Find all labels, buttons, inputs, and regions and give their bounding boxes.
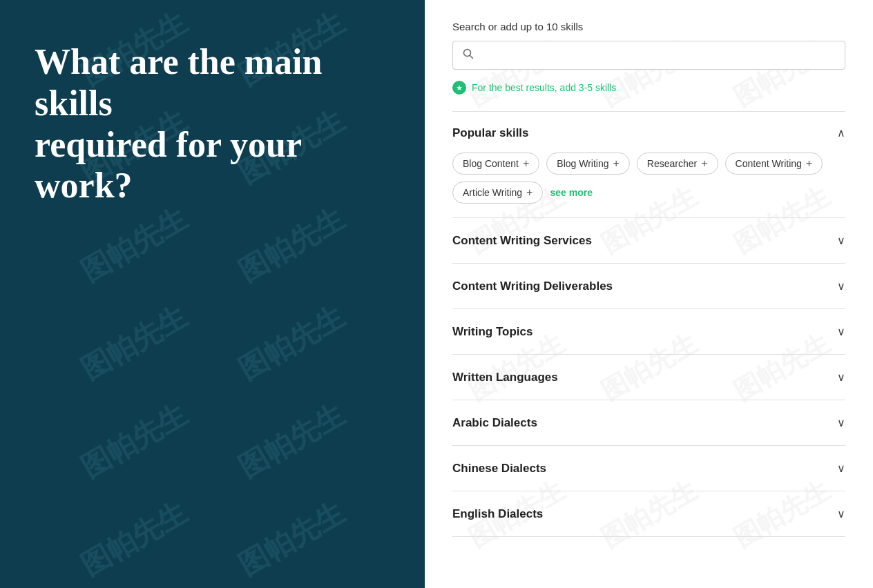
skill-tag-blog-content[interactable]: Blog Content + bbox=[452, 153, 539, 175]
search-box[interactable] bbox=[452, 41, 845, 70]
chevron-content-writing-services bbox=[837, 233, 845, 248]
plus-icon-content-writing: + bbox=[806, 157, 812, 170]
star-icon bbox=[452, 81, 466, 95]
skill-label-blog-writing: Blog Writing bbox=[557, 158, 608, 169]
section-header-english-dialects[interactable]: English Dialects bbox=[452, 507, 845, 521]
popular-skills-chevron bbox=[837, 126, 845, 140]
skill-label-content-writing: Content Writing bbox=[736, 158, 802, 169]
chevron-written-languages bbox=[837, 370, 845, 384]
section-chinese-dialects[interactable]: Chinese Dialects bbox=[452, 445, 845, 491]
section-title-content-writing-services: Content Writing Services bbox=[452, 234, 592, 248]
skill-label-article-writing: Article Writing bbox=[463, 187, 522, 198]
section-header-content-writing-services[interactable]: Content Writing Services bbox=[452, 233, 845, 248]
see-more-link[interactable]: see more bbox=[550, 187, 592, 198]
popular-skills-title: Popular skills bbox=[452, 126, 529, 140]
skill-label-blog-content: Blog Content bbox=[463, 158, 519, 169]
section-arabic-dialects[interactable]: Arabic Dialects bbox=[452, 400, 845, 445]
section-writing-topics[interactable]: Writing Topics bbox=[452, 308, 845, 354]
section-written-languages[interactable]: Written Languages bbox=[452, 354, 845, 400]
section-header-written-languages[interactable]: Written Languages bbox=[452, 370, 845, 384]
section-content-writing-deliverables[interactable]: Content Writing Deliverables bbox=[452, 263, 845, 308]
plus-icon-article-writing: + bbox=[526, 186, 533, 199]
skills-tags-container: Blog Content + Blog Writing + Researcher… bbox=[452, 153, 845, 204]
section-content-writing-services[interactable]: Content Writing Services bbox=[452, 217, 845, 263]
section-title-chinese-dialects: Chinese Dialects bbox=[452, 462, 546, 476]
section-header-arabic-dialects[interactable]: Arabic Dialects bbox=[452, 415, 845, 430]
page-heading: What are the main skills required for yo… bbox=[35, 41, 390, 206]
plus-icon-blog-content: + bbox=[523, 157, 529, 170]
hint-row: For the best results, add 3-5 skills bbox=[452, 81, 845, 95]
hint-text: For the best results, add 3-5 skills bbox=[472, 82, 616, 93]
section-title-content-writing-deliverables: Content Writing Deliverables bbox=[452, 280, 613, 293]
section-header-chinese-dialects[interactable]: Chinese Dialects bbox=[452, 461, 845, 476]
skill-tag-researcher[interactable]: Researcher + bbox=[637, 153, 718, 175]
popular-skills-section: Popular skills Blog Content + Blog Writi… bbox=[452, 111, 845, 217]
skill-tag-blog-writing[interactable]: Blog Writing + bbox=[546, 153, 630, 175]
skill-label-researcher: Researcher bbox=[647, 158, 697, 169]
section-title-writing-topics: Writing Topics bbox=[452, 325, 533, 339]
section-english-dialects[interactable]: English Dialects bbox=[452, 491, 845, 537]
section-title-arabic-dialects: Arabic Dialects bbox=[452, 416, 537, 430]
chevron-content-writing-deliverables bbox=[837, 279, 845, 293]
section-header-content-writing-deliverables[interactable]: Content Writing Deliverables bbox=[452, 279, 845, 293]
chevron-english-dialects bbox=[837, 507, 845, 521]
chevron-writing-topics bbox=[837, 324, 845, 339]
chevron-arabic-dialects bbox=[837, 415, 845, 430]
plus-icon-blog-writing: + bbox=[613, 157, 620, 170]
section-header-writing-topics[interactable]: Writing Topics bbox=[452, 324, 845, 339]
skill-tag-content-writing[interactable]: Content Writing + bbox=[725, 153, 823, 175]
skills-form: Search or add up to 10 skills For the be… bbox=[452, 21, 845, 537]
chevron-chinese-dialects bbox=[837, 461, 845, 476]
left-panel: 图帕先生 图帕先生 图帕先生 图帕先生 图帕先生 图帕先生 图帕先生 图帕先生 … bbox=[0, 0, 425, 588]
search-label: Search or add up to 10 skills bbox=[452, 21, 845, 32]
skill-tag-article-writing[interactable]: Article Writing + bbox=[452, 182, 543, 204]
popular-skills-header[interactable]: Popular skills bbox=[452, 126, 845, 140]
section-title-written-languages: Written Languages bbox=[452, 371, 558, 384]
section-title-english-dialects: English Dialects bbox=[452, 507, 543, 521]
search-input[interactable] bbox=[479, 50, 835, 61]
svg-line-1 bbox=[470, 56, 473, 59]
plus-icon-researcher: + bbox=[701, 157, 707, 170]
right-panel: 图帕先生 图帕先生 图帕先生 图帕先生 图帕先生 图帕先生 图帕先生 图帕先生 … bbox=[425, 0, 873, 588]
search-icon bbox=[463, 48, 474, 62]
